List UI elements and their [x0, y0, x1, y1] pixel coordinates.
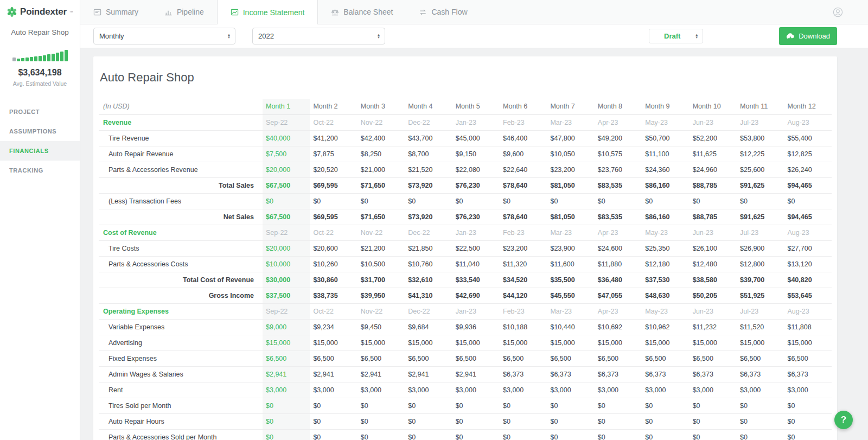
chart-bar [25, 58, 29, 61]
table-row: Advertising$15,000$15,000$15,000$15,000$… [99, 335, 832, 350]
date-cell: Jan-23 [452, 225, 500, 240]
value-cell: $0 [737, 429, 784, 440]
value-cell: $0 [452, 193, 500, 209]
value-cell: $0 [263, 398, 310, 413]
value-cell: $6,373 [595, 366, 642, 382]
tab-income-statement[interactable]: Income Statement [217, 0, 318, 24]
value-cell: $15,000 [547, 335, 594, 350]
value-cell: $91,625 [737, 209, 784, 225]
value-cell: $71,650 [358, 177, 405, 193]
value-cell: $40,820 [784, 272, 832, 288]
value-cell: $7,875 [310, 146, 357, 162]
value-cell: $6,373 [500, 366, 547, 382]
value-cell: $53,800 [737, 130, 784, 146]
tab-summary[interactable]: Summary [80, 0, 151, 24]
date-cell: May-23 [642, 225, 689, 240]
column-header: Month 7 [547, 99, 594, 114]
table-row: Rent$3,000$3,000$3,000$3,000$3,000$3,000… [99, 382, 832, 398]
main-area: SummaryPipelineIncome StatementBalance S… [80, 0, 868, 440]
value-cell: $47,800 [547, 130, 594, 146]
value-cell: $39,950 [358, 288, 405, 303]
download-button[interactable]: Download [779, 27, 837, 45]
value-cell: $38,580 [690, 272, 737, 288]
date-cell: Apr-23 [595, 114, 642, 130]
chart-bar [65, 50, 68, 61]
chart-bar [60, 52, 63, 61]
row-label: Variable Expenses [99, 319, 263, 335]
value-cell: $0 [405, 193, 452, 209]
value-cell: $51,925 [737, 288, 784, 303]
date-cell: Aug-23 [784, 225, 832, 240]
value-cell: $12,825 [784, 146, 832, 162]
user-icon[interactable] [833, 7, 843, 17]
help-button[interactable]: ? [834, 411, 853, 429]
status-select[interactable]: Draft [649, 29, 703, 43]
estimated-value-caption: Avg. Estimated Value [0, 80, 80, 87]
column-header: Month 3 [358, 99, 405, 114]
column-header: Month 11 [737, 99, 784, 114]
sidebar-item-assumptions[interactable]: ASSUMPTIONS [0, 122, 80, 141]
value-cell: $3,000 [263, 382, 310, 398]
value-cell: $0 [310, 398, 357, 413]
sidebar-item-project[interactable]: PROJECT [0, 102, 80, 122]
value-cell: $24,960 [690, 162, 737, 177]
date-cell: Jun-23 [690, 225, 737, 240]
value-cell: $0 [784, 429, 832, 440]
chart-bar [52, 54, 55, 61]
tabbar-right [833, 0, 868, 24]
value-cell: $86,160 [642, 177, 689, 193]
logo-text: Poindexter [20, 7, 67, 17]
value-cell: $33,540 [452, 272, 500, 288]
value-cell: $0 [784, 413, 832, 429]
value-cell: $42,690 [452, 288, 500, 303]
estimated-value: $3,634,198 [0, 68, 80, 78]
value-cell: $0 [358, 398, 405, 413]
value-cell: $78,640 [500, 209, 547, 225]
value-cell: $15,000 [452, 335, 500, 350]
value-cell: $9,150 [452, 146, 500, 162]
value-cell: $6,500 [263, 350, 310, 366]
table-row: Auto Repair Revenue$7,500$7,875$8,250$8,… [99, 146, 832, 162]
year-select[interactable]: 2022 [252, 28, 385, 44]
tab-balance-sheet[interactable]: Balance Sheet [318, 0, 406, 24]
value-cell: $6,500 [405, 350, 452, 366]
sidebar-item-financials[interactable]: FINANCIALS [0, 141, 80, 161]
poindexter-logo[interactable]: Poindexter ™ [0, 0, 80, 20]
tab-cash-flow[interactable]: Cash Flow [406, 0, 480, 24]
value-cell: $6,373 [642, 366, 689, 382]
row-label: (Less) Transaction Fees [99, 193, 263, 209]
value-cell: $21,850 [405, 240, 452, 256]
sidebar-nav: PROJECTASSUMPTIONSFINANCIALSTRACKING [0, 102, 80, 180]
value-cell: $0 [547, 429, 594, 440]
value-cell: $2,941 [263, 366, 310, 382]
income-icon [231, 8, 239, 16]
value-cell: $67,500 [263, 209, 310, 225]
logo-trademark: ™ [69, 10, 73, 14]
date-cell: Apr-23 [595, 225, 642, 240]
value-cell: $0 [310, 429, 357, 440]
value-cell: $2,941 [405, 366, 452, 382]
value-cell: $9,450 [358, 319, 405, 335]
chart-bar [12, 58, 16, 61]
column-header: Month 10 [690, 99, 737, 114]
period-select[interactable]: Monthly [93, 28, 235, 44]
sidebar-item-tracking[interactable]: TRACKING [0, 161, 80, 180]
value-cell: $25,600 [737, 162, 784, 177]
value-cell: $15,000 [642, 335, 689, 350]
report-title: Auto Repair Shop [100, 71, 832, 85]
project-name: Auto Repair Shop [0, 28, 80, 36]
date-cell: Mar-23 [547, 225, 594, 240]
value-cell: $0 [547, 413, 594, 429]
value-cell: $88,785 [690, 209, 737, 225]
tab-pipeline[interactable]: Pipeline [151, 0, 217, 24]
section-label: Operating Expenses [99, 303, 263, 319]
table-row: Net Sales$67,500$69,595$71,650$73,920$76… [99, 209, 832, 225]
tab-label: Summary [106, 8, 138, 16]
date-cell: Aug-23 [784, 114, 832, 130]
value-cell: $45,000 [452, 130, 500, 146]
value-cell: $73,920 [405, 177, 452, 193]
value-cell: $46,400 [500, 130, 547, 146]
value-cell: $0 [784, 398, 832, 413]
date-cell: Dec-22 [405, 225, 452, 240]
value-cell: $0 [690, 398, 737, 413]
